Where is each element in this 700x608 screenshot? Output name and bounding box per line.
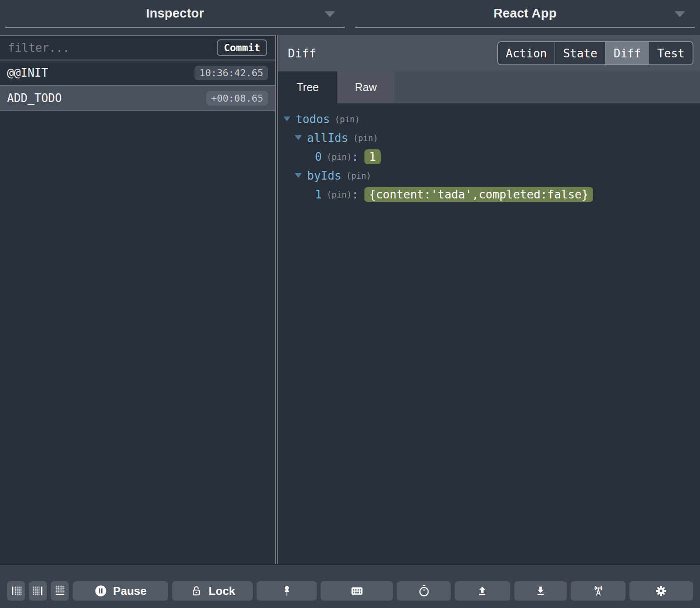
stopwatch-icon xyxy=(417,584,431,597)
pin-link[interactable]: (pin) xyxy=(327,152,352,162)
commit-button[interactable]: Commit xyxy=(217,39,267,56)
collapse-arrow-icon[interactable] xyxy=(295,173,302,178)
export-button[interactable] xyxy=(455,581,510,601)
slider-time-travel-button[interactable] xyxy=(397,581,451,601)
action-row-init[interactable]: @@INIT 10:36:42.65 xyxy=(0,60,275,86)
inspector-tab-group: Action State Diff Test xyxy=(497,41,693,65)
colon-separator: : xyxy=(352,150,359,163)
panel-resize-handle[interactable] xyxy=(275,35,278,564)
tree-key: todos xyxy=(296,113,330,126)
inspector-select[interactable]: Inspector xyxy=(5,0,345,28)
diff-added-value: 1 xyxy=(364,149,381,164)
gear-icon xyxy=(654,584,668,597)
pin-link[interactable]: (pin) xyxy=(353,133,378,143)
action-log-panel: Commit @@INIT 10:36:42.65 ADD_TODO +00:0… xyxy=(0,35,275,564)
remote-connection-button[interactable] xyxy=(571,581,625,601)
tree-node-todos[interactable]: todos (pin) xyxy=(278,110,700,128)
chevron-down-icon xyxy=(325,11,335,17)
pause-button[interactable]: Pause xyxy=(73,581,168,601)
tab-diff[interactable]: Diff xyxy=(605,42,649,64)
action-name: @@INIT xyxy=(7,66,48,79)
bottom-toolbar: Pause Lock xyxy=(0,564,700,608)
tree-node-allids[interactable]: allIds (pin) xyxy=(278,128,700,147)
lock-button[interactable]: Lock xyxy=(172,581,253,601)
pushpin-icon xyxy=(281,585,293,597)
tab-action[interactable]: Action xyxy=(498,42,555,64)
subtab-raw[interactable]: Raw xyxy=(337,71,394,103)
tree-node-byids[interactable]: byIds (pin) xyxy=(278,166,700,185)
lock-label: Lock xyxy=(209,584,235,598)
action-name: ADD_TODO xyxy=(7,92,62,105)
action-timestamp: 10:36:42.65 xyxy=(194,66,268,80)
broadcast-antenna-icon xyxy=(592,584,605,597)
keyboard-icon xyxy=(350,584,364,597)
action-timestamp: +00:08.65 xyxy=(206,91,268,106)
colon-separator: : xyxy=(352,188,359,201)
chevron-down-icon xyxy=(675,11,685,17)
tree-leaf-0: 0 (pin) : 1 xyxy=(278,147,700,166)
tree-key: 1 xyxy=(315,188,322,201)
top-header: Inspector React App xyxy=(0,0,700,35)
collapse-arrow-icon[interactable] xyxy=(295,135,302,140)
dock-left-icon xyxy=(11,585,22,597)
tab-state[interactable]: State xyxy=(555,42,605,64)
diff-added-value: {content:'tada',completed:false} xyxy=(364,187,594,202)
tree-key: byIds xyxy=(307,169,341,182)
tree-key: 0 xyxy=(315,150,322,163)
main-split: Commit @@INIT 10:36:42.65 ADD_TODO +00:0… xyxy=(0,35,700,564)
dock-right-button[interactable] xyxy=(29,581,47,601)
download-icon xyxy=(534,585,547,597)
pin-link[interactable]: (pin) xyxy=(327,190,352,199)
tree-key: allIds xyxy=(307,131,348,145)
diff-panel: Diff Action State Diff Test Tree Raw tod… xyxy=(278,35,700,564)
pause-icon xyxy=(94,584,107,597)
dock-bottom-icon xyxy=(54,585,66,597)
action-row-add-todo[interactable]: ADD_TODO +00:08.65 xyxy=(0,86,275,111)
pause-label: Pause xyxy=(113,584,147,598)
app-instance-title: React App xyxy=(493,6,556,21)
tab-test[interactable]: Test xyxy=(649,42,693,64)
upload-icon xyxy=(476,585,488,597)
dock-bottom-button[interactable] xyxy=(51,581,69,601)
tree-leaf-1: 1 (pin) : {content:'tada',completed:fals… xyxy=(278,185,700,204)
dock-right-icon xyxy=(32,585,44,597)
diff-tree: todos (pin) allIds (pin) 0 (pin) : 1 byI… xyxy=(278,103,700,564)
collapse-arrow-icon[interactable] xyxy=(283,117,290,121)
import-button[interactable] xyxy=(514,581,567,601)
dock-left-button[interactable] xyxy=(7,581,25,601)
diff-header: Diff Action State Diff Test xyxy=(278,35,700,71)
instance-select[interactable]: React App xyxy=(355,0,695,28)
panel-title: Diff xyxy=(288,46,316,60)
subtab-tree[interactable]: Tree xyxy=(278,71,337,103)
inspector-title: Inspector xyxy=(146,6,204,21)
filter-input[interactable] xyxy=(8,41,217,54)
unlock-icon xyxy=(190,584,203,597)
subtab-strip: Tree Raw xyxy=(278,71,700,103)
persist-pin-button[interactable] xyxy=(257,581,317,601)
pin-link[interactable]: (pin) xyxy=(335,114,360,124)
filter-row: Commit xyxy=(0,36,275,60)
settings-button[interactable] xyxy=(629,581,693,601)
keyboard-shortcuts-button[interactable] xyxy=(321,581,393,601)
pin-link[interactable]: (pin) xyxy=(346,171,371,180)
